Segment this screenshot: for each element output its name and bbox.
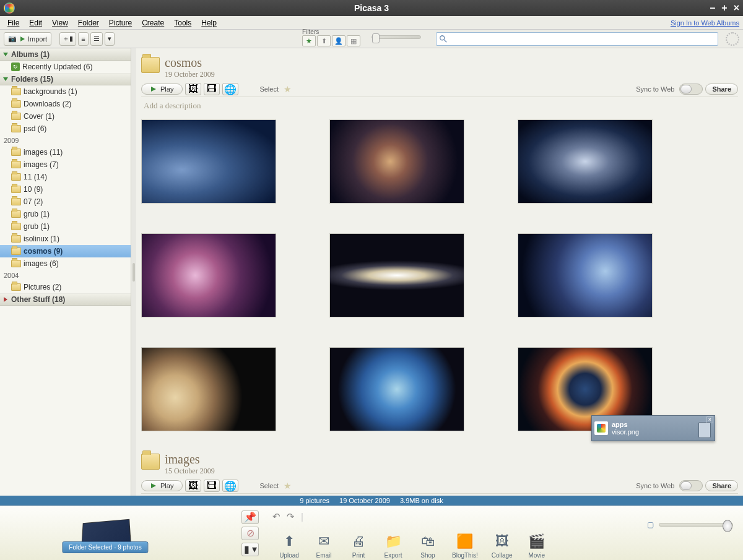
action-print[interactable]: 🖨Print <box>348 532 369 559</box>
thumbnail-small-icon[interactable]: ▢ <box>647 520 654 529</box>
folder-icon[interactable] <box>141 57 160 73</box>
search-input[interactable] <box>436 32 718 46</box>
sidebar-folder-item[interactable]: Downloads (2) <box>0 98 131 110</box>
sync-toggle[interactable] <box>679 480 703 491</box>
menu-view[interactable]: View <box>47 17 73 28</box>
menu-tools[interactable]: Tools <box>169 17 196 28</box>
sidebar-resize-handle[interactable] <box>131 48 136 496</box>
sidebar-folder-item[interactable]: images (11) <box>0 146 131 158</box>
menu-create[interactable]: Create <box>137 17 169 28</box>
close-icon[interactable]: × <box>706 416 713 423</box>
sidebar-folder-item[interactable]: 07 (2) <box>0 196 131 208</box>
view-dropdown-button[interactable]: ▾ <box>105 32 115 46</box>
sidebar-folder-item[interactable]: 10 (9) <box>0 183 131 196</box>
filter-movies-button[interactable]: ▦ <box>347 35 360 46</box>
filter-uploads-button[interactable]: ⬆ <box>317 35 331 46</box>
date-slider[interactable] <box>372 35 421 39</box>
create-movie-button[interactable]: 🎞 <box>204 83 220 95</box>
sidebar-folder-item[interactable]: Cover (1) <box>0 110 131 123</box>
other-stuff-header[interactable]: Other Stuff (18) <box>0 293 131 306</box>
filter-faces-button[interactable]: 👤 <box>332 35 345 46</box>
action-upload[interactable]: ⬆Upload <box>279 532 300 559</box>
share-button[interactable]: Share <box>705 480 738 491</box>
sidebar-folder-item[interactable]: cosmos (9) <box>0 245 131 257</box>
rotate-ccw-button[interactable]: ↶ <box>272 511 280 522</box>
import-button[interactable]: 📷 Import <box>4 32 51 46</box>
sidebar-folder-item[interactable]: isolinux (1) <box>0 233 131 245</box>
thumbnail-nebula[interactable] <box>141 233 276 317</box>
play-slideshow-button[interactable]: Play <box>141 84 183 95</box>
select-label[interactable]: Select <box>259 482 279 489</box>
thumbnail-spiral-galaxy-1[interactable] <box>329 119 464 204</box>
albums-header[interactable]: Albums (1) <box>0 48 131 61</box>
signin-link[interactable]: Sign In to Web Albums <box>671 19 739 27</box>
hold-button[interactable]: 📌 <box>241 510 259 524</box>
thumbnail-earth-blue-marble[interactable] <box>329 347 464 431</box>
folder-label: isolinux (1) <box>24 235 59 243</box>
folder-icon <box>11 125 21 132</box>
flat-view-button[interactable]: ≡ <box>78 32 88 46</box>
photo-tray[interactable]: Folder Selected - 9 photos <box>80 520 130 551</box>
folder-icon <box>11 198 21 205</box>
action-movie[interactable]: 🎬Movie <box>526 532 547 559</box>
thumbnail-spiral-galaxy-2[interactable] <box>518 119 653 204</box>
filters-group: Filters ★ ⬆ 👤 ▦ <box>302 28 360 46</box>
add-to-button[interactable]: ▮ ▾ <box>241 543 259 556</box>
clear-button[interactable]: ⊘ <box>241 527 259 540</box>
thumbnail-comet[interactable] <box>518 233 653 317</box>
geotag-button[interactable]: 🌐 <box>222 83 238 95</box>
action-label: Export <box>385 552 402 559</box>
geotag-button[interactable]: 🌐 <box>222 480 238 492</box>
rotate-cw-button[interactable]: ↷ <box>287 511 295 522</box>
sidebar-folder-item[interactable]: grub (1) <box>0 208 131 220</box>
share-button[interactable]: Share <box>705 84 738 95</box>
svg-marker-5 <box>4 297 7 302</box>
thumbnail-earth-horizon[interactable] <box>141 119 276 204</box>
svg-marker-6 <box>151 87 156 92</box>
sidebar-folder-item[interactable]: 11 (14) <box>0 171 131 183</box>
sidebar-recently-updated[interactable]: ↻ Recently Updated (6) <box>0 61 131 73</box>
action-export[interactable]: 📁Export <box>383 532 404 559</box>
close-button[interactable]: × <box>734 2 739 14</box>
select-label[interactable]: Select <box>259 85 279 93</box>
create-movie-button[interactable]: 🎞 <box>204 480 220 492</box>
folders-header[interactable]: Folders (15) <box>0 73 131 85</box>
action-blogthis[interactable]: 🟧BlogThis! <box>452 532 478 559</box>
thumbnail-sombrero-galaxy[interactable] <box>329 233 464 317</box>
add-photos-button[interactable]: 🖼 <box>185 83 201 95</box>
action-collage[interactable]: 🖼Collage <box>492 532 513 559</box>
menu-file[interactable]: File <box>2 17 24 28</box>
action-shop[interactable]: 🛍Shop <box>417 532 438 559</box>
sidebar-folder-item[interactable]: images (6) <box>0 257 131 270</box>
add-photos-button[interactable]: 🖼 <box>185 480 201 492</box>
sync-toggle[interactable] <box>679 84 703 95</box>
sidebar: Albums (1) ↻ Recently Updated (6) Folder… <box>0 48 131 496</box>
menu-edit[interactable]: Edit <box>24 17 47 28</box>
description-field[interactable]: Add a description <box>141 494 738 496</box>
menu-help[interactable]: Help <box>196 17 222 28</box>
download-notification[interactable]: apps visor.png × <box>591 415 715 441</box>
description-field[interactable]: Add a description <box>141 97 738 113</box>
sidebar-folder-item[interactable]: images (7) <box>0 158 131 171</box>
minimize-button[interactable]: – <box>710 2 715 14</box>
add-folder-button[interactable]: ＋▮ <box>59 32 76 46</box>
star-filter-icon[interactable]: ★ <box>284 84 292 94</box>
maximize-button[interactable]: + <box>721 2 727 14</box>
play-slideshow-button[interactable]: Play <box>141 480 183 491</box>
thumbnail-jupiter[interactable] <box>141 347 276 431</box>
sidebar-folder-item[interactable]: grub (1) <box>0 220 131 233</box>
album-title[interactable]: images <box>165 452 215 467</box>
menu-folder[interactable]: Folder <box>73 17 104 28</box>
sidebar-folder-item[interactable]: Pictures (2) <box>0 281 131 293</box>
album-title[interactable]: cosmos <box>165 56 215 70</box>
filter-starred-button[interactable]: ★ <box>302 35 316 46</box>
action-email[interactable]: ✉Email <box>313 532 334 559</box>
tree-view-button[interactable]: ☰ <box>90 32 103 46</box>
sidebar-folder-item[interactable]: backgrounds (1) <box>0 85 131 98</box>
menu-picture[interactable]: Picture <box>104 17 137 28</box>
sidebar-folder-item[interactable]: psd (6) <box>0 123 131 135</box>
zoom-slider[interactable] <box>659 523 733 527</box>
star-filter-icon[interactable]: ★ <box>284 481 292 491</box>
folder-icon[interactable] <box>141 454 160 470</box>
folder-icon <box>11 100 21 108</box>
